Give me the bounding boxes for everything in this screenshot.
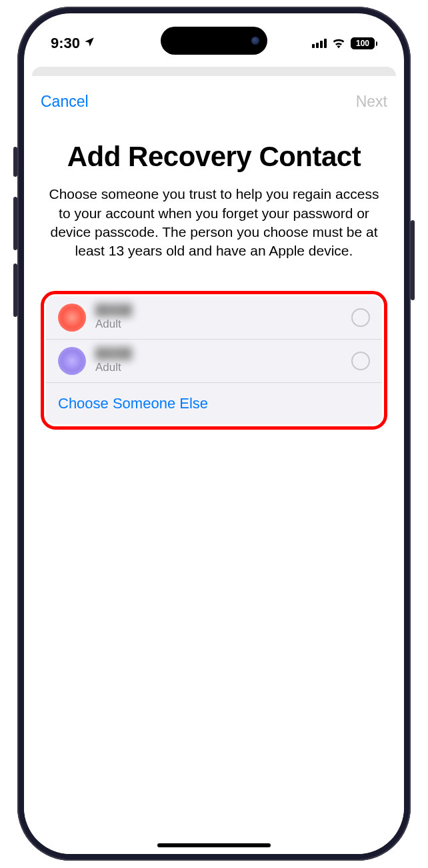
location-arrow-icon xyxy=(83,35,95,52)
wifi-icon xyxy=(332,38,345,49)
status-time: 9:30 xyxy=(51,35,95,52)
camera-dot xyxy=(251,37,259,45)
radio-unselected-icon[interactable] xyxy=(351,308,370,327)
contact-role: Adult xyxy=(95,361,342,374)
contact-role: Adult xyxy=(95,318,342,331)
cellular-signal-icon xyxy=(312,39,327,48)
page-title: Add Recovery Contact xyxy=(41,141,387,173)
modal-sheet: Cancel Next Add Recovery Contact Choose … xyxy=(24,76,404,854)
time-text: 9:30 xyxy=(51,35,80,52)
cancel-button[interactable]: Cancel xyxy=(41,93,89,111)
dynamic-island xyxy=(161,27,267,55)
contact-row[interactable]: Adult xyxy=(46,296,382,340)
power-button[interactable] xyxy=(411,220,415,300)
nav-bar: Cancel Next xyxy=(41,93,387,111)
highlight-annotation: Adult Adult Choose Someo xyxy=(41,291,387,430)
battery-level: 100 xyxy=(351,37,375,49)
contacts-list: Adult Adult Choose Someo xyxy=(46,296,382,424)
contact-name-blurred xyxy=(95,304,132,317)
contact-name-blurred xyxy=(95,347,132,360)
avatar xyxy=(58,304,86,332)
page-description: Choose someone you trust to help you reg… xyxy=(41,185,387,260)
battery-icon: 100 xyxy=(351,37,377,49)
avatar xyxy=(58,347,86,375)
home-indicator[interactable] xyxy=(157,843,271,847)
choose-someone-else-button[interactable]: Choose Someone Else xyxy=(46,383,382,424)
contact-row[interactable]: Adult xyxy=(46,340,382,383)
radio-unselected-icon[interactable] xyxy=(351,352,370,370)
next-button[interactable]: Next xyxy=(356,93,387,111)
phone-frame: 9:30 100 xyxy=(17,7,411,861)
